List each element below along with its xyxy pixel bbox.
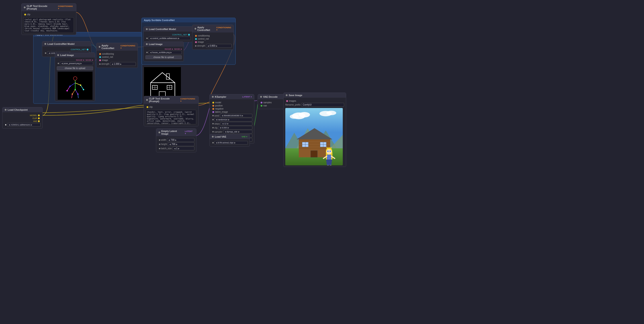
width-value[interactable]: ◀ 768 ▶ [167, 138, 194, 142]
pos-in-label: positive [215, 104, 223, 107]
load-vae-node: Load VAE VAE ● ◀ kl-f8-anime2.ckpt ▶ [210, 134, 250, 147]
sampler-param: sampler ◀ dpmpp_sde ▶ [212, 130, 252, 134]
clip-text-2-input[interactable]: (hands), text, error, cropped, (worst qu… [146, 110, 196, 124]
vae-name-value[interactable]: ◀ kl-f8-anime2.ckpt ▶ [214, 141, 248, 145]
ksampler-title: KSampler LATENT ● [210, 94, 254, 99]
left-arrow: ◀ [222, 123, 224, 125]
ckpt-value[interactable]: ◀ AOM3A1.safetensors ▶ [7, 123, 41, 127]
control-net-name-param: ◀ control_scribble.safetensors ▶ [146, 36, 191, 40]
control-after-param: ◀ randomize ▶ [212, 118, 252, 122]
empty-latent-title: Empty Latent Image LATENT ● [156, 129, 196, 136]
vae-out-dot [38, 120, 40, 122]
clip-text-1-input[interactable]: (solo) girl photograph realistic (flat c… [23, 17, 74, 33]
load-checkpoint-title: Load Checkpoint [2, 107, 42, 112]
conditioning-in: conditioning [98, 53, 136, 55]
svg-point-55 [326, 149, 332, 154]
image-param: ◀ pose_present.png ▶ [57, 62, 93, 65]
image-file-value[interactable]: ◀ pose_present.png ▶ [60, 62, 93, 65]
load-image-pose-title: Load Image [55, 53, 95, 58]
left-arrow: ◀ [225, 131, 226, 133]
strength-value[interactable]: ◀ 0.800 ▶ [206, 44, 232, 48]
conditioning-out-label: CONDITIONING ● [58, 5, 74, 10]
cfg-param: cfg ◀ 6.000 ▶ [212, 126, 252, 130]
cn-in-label: control_net [198, 38, 209, 40]
svg-line-2 [70, 83, 75, 86]
negative-in: negative [212, 108, 252, 110]
svg-point-12 [80, 84, 81, 86]
strength-value[interactable]: ◀ 1.000 ▶ [110, 62, 136, 66]
left-arrow: ◀ [150, 51, 152, 54]
node-dot [146, 43, 148, 45]
scribble-group-title: Apply Scribble ControlNet [142, 18, 236, 22]
sampler-name: dpmpp_sde [227, 131, 238, 133]
right-arrow: ▶ [120, 63, 122, 65]
height-dot [159, 144, 160, 145]
param-dot [58, 63, 59, 64]
control-after-dot [212, 119, 214, 120]
image-file-value[interactable]: ◀ house_scribble.png ▶ [148, 51, 182, 54]
svg-point-37 [326, 111, 336, 115]
filename-input[interactable] [302, 103, 344, 107]
image-in: image [194, 41, 232, 43]
svg-line-4 [67, 86, 70, 91]
neg-in-label: negative [215, 108, 224, 110]
steps-value[interactable]: ◀ 12 ▶ [221, 122, 252, 126]
choose-upload-scribble-button[interactable]: choose file to upload [146, 55, 182, 59]
right-arrow: ▶ [238, 131, 240, 133]
choose-upload-pose-button[interactable]: choose file to upload [57, 66, 93, 70]
image-param: ◀ house_scribble.png ▶ [146, 51, 182, 54]
cfg-label: cfg [214, 127, 217, 129]
clip-text-encode-2-node: CLIP Text Encode (Prompt) CONDITIONING ●… [144, 96, 199, 126]
right-arrow: ▶ [234, 142, 236, 144]
left-arrow: ◀ [174, 148, 176, 150]
steps-number: 12 [224, 123, 226, 125]
vae-dot [260, 105, 262, 107]
latent-in-dot [212, 111, 214, 113]
img-in-dot [195, 41, 197, 43]
strength-dot [195, 45, 196, 47]
image-mask-labels: IMAGE ● MASK ● [146, 48, 182, 50]
control-net-dot [188, 34, 190, 36]
strength-number: 0.800 [210, 45, 215, 47]
vae-name-param: ◀ kl-f8-anime2.ckpt ▶ [212, 141, 248, 145]
load-image-pose-body: IMAGE ● MASK ● ◀ pose_present.png ▶ choo… [55, 58, 95, 101]
right-arrow: ▶ [178, 37, 180, 39]
node-dot [212, 136, 214, 138]
svg-line-5 [80, 85, 84, 90]
model-in: model [212, 101, 252, 104]
vae-name: kl-f8-anime2.ckpt [218, 142, 234, 144]
seed-value[interactable]: ◀ 89448016548380 5 ▶ [220, 114, 252, 117]
control-net-dot [87, 49, 88, 50]
image-in: image [98, 59, 136, 61]
left-arrow: ◀ [150, 37, 152, 39]
batch-label: batch_size [161, 147, 172, 150]
svg-point-35 [290, 114, 299, 119]
apply-controlnet-pose-node: Apply ControlNet CONDITIONING ● conditio… [96, 43, 138, 68]
positive-in: positive [212, 104, 252, 107]
apply-controlnet-scribble-body: conditioning control_net image strength … [192, 32, 234, 49]
right-arrow: ▶ [216, 45, 218, 47]
load-image-pose-label: Load Image [60, 54, 74, 56]
svg-point-11 [69, 86, 71, 87]
strength-label: strength [101, 63, 109, 65]
svg-marker-62 [326, 160, 332, 165]
load-controlnet-pose-title: Load ControlNet Model [42, 41, 91, 46]
empty-latent-body: width ◀ 768 ▶ height ◀ 768 ▶ batch_size … [156, 136, 196, 152]
left-arrow: ◀ [8, 124, 10, 126]
svg-point-17 [77, 93, 78, 95]
left-arrow: ◀ [168, 139, 170, 141]
control-net-name-value[interactable]: ◀ control_scribble.safetensors ▶ [148, 36, 191, 40]
batch-value[interactable]: ◀ 1 ▶ [172, 147, 194, 150]
cfg-value[interactable]: ◀ 6.000 ▶ [218, 126, 252, 130]
ckpt-arrow [5, 124, 6, 126]
sampler-value[interactable]: ◀ dpmpp_sde ▶ [223, 130, 252, 134]
height-value[interactable]: ◀ 768 ▶ [168, 142, 194, 146]
clip-text-encode-2-label: CLIP Text Encode (Prompt) [149, 97, 179, 103]
vae-out-row: VAE [4, 120, 41, 122]
apply-controlnet-scribble-node: Apply ControlNet CONDITIONING ● conditio… [192, 25, 234, 50]
load-controlnet-scribble-title: Load ControlNet Model [144, 27, 192, 32]
apply-controlnet-pose-body: conditioning control_net image strength … [96, 51, 138, 68]
control-after-value[interactable]: ◀ randomize ▶ [214, 118, 252, 122]
vae-label: vae [263, 104, 267, 107]
control-net-out: CONTROL_NET [146, 34, 191, 36]
